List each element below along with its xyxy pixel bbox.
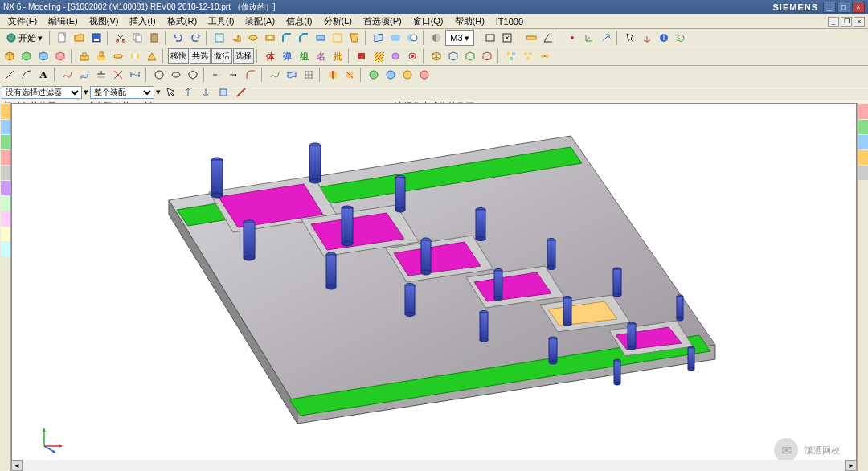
menu-assembly[interactable]: 装配(A)	[240, 14, 280, 28]
cube-pink-button[interactable]	[52, 48, 68, 64]
cn-tan-button[interactable]: 弹	[279, 48, 295, 64]
wcs-button[interactable]	[639, 30, 655, 46]
quick-button-1[interactable]: 移快	[168, 48, 189, 64]
roles-tab[interactable]	[1, 166, 10, 180]
cube-yellow-button[interactable]	[2, 48, 18, 64]
fillet-button[interactable]	[243, 67, 259, 83]
draft-button[interactable]	[346, 30, 362, 46]
wire-box4-button[interactable]	[479, 48, 495, 64]
rdock-5[interactable]	[858, 166, 868, 180]
sel-tool-1[interactable]	[162, 84, 178, 100]
menu-it1000[interactable]: IT1000	[491, 16, 528, 27]
internet-tab[interactable]	[1, 181, 10, 195]
fit-button[interactable]	[499, 30, 515, 46]
pad-button[interactable]	[93, 48, 109, 64]
angle-button[interactable]	[540, 30, 556, 46]
line-button[interactable]	[2, 67, 18, 83]
green-circle-button[interactable]	[366, 67, 382, 83]
assembly-button[interactable]	[503, 48, 519, 64]
trim-curve-button[interactable]	[209, 67, 225, 83]
surface-button[interactable]	[284, 67, 300, 83]
menu-insert[interactable]: 插入(I)	[125, 14, 160, 28]
select-all-button[interactable]	[622, 30, 638, 46]
cn-ming-button[interactable]: 名	[313, 48, 329, 64]
doc-close-button[interactable]: ×	[854, 17, 865, 27]
hole-button[interactable]	[262, 30, 278, 46]
sel-tool-2[interactable]	[180, 84, 196, 100]
filter-combo[interactable]: 没有选择过滤器	[2, 86, 82, 99]
sel-tool-5[interactable]	[233, 84, 249, 100]
unite-button[interactable]	[387, 30, 403, 46]
dock-tab-8[interactable]	[1, 211, 10, 226]
reuse-tab[interactable]	[1, 150, 10, 165]
graphics-viewport[interactable]: ✉ 潇洒网校	[11, 103, 857, 471]
shade-button[interactable]	[428, 30, 444, 46]
layer-combo[interactable]: M3▾	[445, 30, 474, 46]
quick-button-2[interactable]: 共选	[190, 48, 211, 64]
part-tab[interactable]	[1, 120, 10, 134]
close-button[interactable]: ×	[852, 2, 865, 13]
scroll-right-button[interactable]: ►	[845, 460, 857, 471]
start-button[interactable]: 开始▾	[2, 30, 47, 46]
open-button[interactable]	[72, 30, 88, 46]
spline-button[interactable]	[59, 67, 76, 83]
vector-button[interactable]	[598, 30, 614, 46]
extend-button[interactable]	[226, 67, 242, 83]
cut-button[interactable]	[113, 30, 129, 46]
intersect-button[interactable]	[110, 67, 126, 83]
wire-box2-button[interactable]	[445, 48, 461, 64]
pocket-button[interactable]	[76, 48, 92, 64]
menu-info[interactable]: 信息(I)	[281, 14, 317, 28]
mesh-button[interactable]	[301, 67, 317, 83]
cn-ti-button[interactable]: 体	[262, 48, 278, 64]
dock-tab-7[interactable]	[1, 196, 10, 211]
orange-circle-button[interactable]	[399, 67, 416, 83]
point-button[interactable]	[564, 30, 580, 46]
wire-box3-button[interactable]	[462, 48, 478, 64]
datum-plane-button[interactable]	[371, 30, 387, 46]
maximize-button[interactable]: □	[837, 2, 850, 13]
explode-button[interactable]	[520, 48, 536, 64]
groove-button[interactable]	[127, 48, 143, 64]
cn-zu-button[interactable]: 组	[296, 48, 312, 64]
menu-edit[interactable]: 编辑(E)	[43, 14, 83, 28]
rdock-3[interactable]	[858, 135, 868, 149]
section-button[interactable]	[325, 67, 341, 83]
minimize-button[interactable]: _	[823, 2, 836, 13]
csys-button[interactable]	[581, 30, 597, 46]
shell-button[interactable]	[330, 30, 346, 46]
ellipse-button[interactable]	[168, 67, 184, 83]
circle-button[interactable]	[151, 67, 167, 83]
constraint-button[interactable]	[537, 48, 553, 64]
polygon-button[interactable]	[185, 67, 201, 83]
cube-green-button[interactable]	[18, 48, 35, 64]
rdock-2[interactable]	[858, 120, 868, 134]
dock-tab-9[interactable]	[1, 227, 10, 241]
quick-button-3[interactable]: 激活	[211, 48, 232, 64]
paste-button[interactable]	[146, 30, 162, 46]
menu-tools[interactable]: 工具(I)	[203, 14, 239, 28]
menu-format[interactable]: 格式(R)	[162, 14, 202, 28]
extrude-button[interactable]	[228, 30, 244, 46]
blend-button[interactable]	[279, 30, 295, 46]
menu-prefs[interactable]: 首选项(P)	[358, 14, 407, 28]
navigator-tab[interactable]	[1, 104, 10, 119]
wire-box-button[interactable]	[428, 48, 444, 64]
blue-circle-button[interactable]	[383, 67, 399, 83]
red-circle-button[interactable]	[416, 67, 432, 83]
rdock-4[interactable]	[858, 150, 868, 165]
menu-file[interactable]: 文件(F)	[3, 14, 42, 28]
project-button[interactable]	[93, 67, 109, 83]
rib-button[interactable]	[144, 48, 160, 64]
cube-blue-button[interactable]	[35, 48, 51, 64]
tool-red-button[interactable]	[354, 48, 370, 64]
subtract-button[interactable]	[404, 30, 420, 46]
menu-help[interactable]: 帮助(H)	[450, 14, 489, 28]
menu-window[interactable]: 窗口(Q)	[408, 14, 448, 28]
refresh-button[interactable]	[673, 30, 689, 46]
scroll-track[interactable]	[23, 460, 845, 471]
menu-view[interactable]: 视图(V)	[84, 14, 124, 28]
quick-button-4[interactable]: 选择	[233, 48, 254, 64]
info-button[interactable]: i	[656, 30, 672, 46]
tool-link-button[interactable]	[404, 48, 420, 64]
